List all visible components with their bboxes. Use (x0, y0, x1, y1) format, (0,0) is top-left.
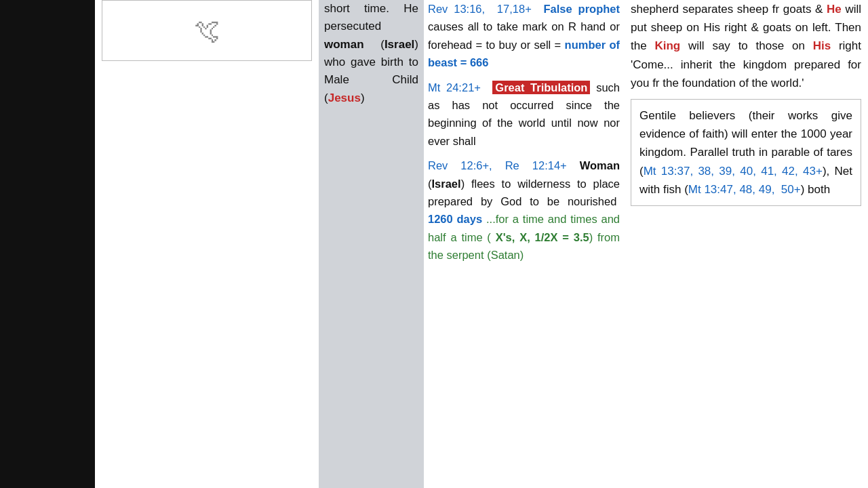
xs-label: X's, X, 1/2X = 3.5 (496, 231, 589, 243)
mid-left-panel: short time. He persecuted woman (Israel)… (319, 0, 424, 488)
woman-label: woman (324, 38, 364, 51)
israel-label: Israel (384, 38, 414, 51)
left-black-bar (0, 0, 95, 488)
dove-icon: 🕊 (194, 16, 220, 45)
1260-days: 1260 days (428, 213, 482, 225)
image-box: 🕊 (102, 0, 312, 61)
main-panel: Rev 13:16, 17,18+ False prophet causes a… (424, 0, 624, 488)
rev-126-section: Rev 12:6+, Re 12:14+ Woman (Israel) flee… (428, 157, 620, 264)
mt-1337-ref: Mt 13:37, 38, 39, 40, 41, 42, 43+ (644, 165, 823, 178)
he-label: He (827, 3, 842, 16)
right-panel: shepherd separates sheep fr goats & He w… (624, 0, 868, 488)
woman-label2: Woman (580, 159, 620, 171)
rev-126-ref: Rev 12:6+, Re 12:14+ (428, 159, 567, 171)
right-box-text: Gentile believers (their works give evid… (639, 106, 852, 199)
jesus-label: Jesus (328, 92, 361, 104)
main-text: Rev 13:16, 17,18+ False prophet causes a… (428, 0, 620, 264)
great-tribulation-label: Great Tribulation (492, 81, 590, 94)
mid-left-text: short time. He persecuted woman (Israel)… (324, 0, 418, 107)
mt-1347-ref: Mt 13:47, 48, 49, 50+ (688, 183, 801, 196)
his-label: His (813, 39, 831, 52)
rev-1316-ref: Rev 13:16, 17,18+ (428, 3, 532, 15)
rev-1316-section: Rev 13:16, 17,18+ False prophet causes a… (428, 0, 620, 72)
king-label: King (654, 39, 680, 52)
mt-2421-section: Mt 24:21+ Great Tribulation such as has … (428, 79, 620, 150)
left-panel: 🕊 (0, 0, 319, 488)
israel-label2: Israel (432, 178, 461, 190)
right-box: Gentile believers (their works give evid… (631, 99, 861, 206)
mt-2421-ref: Mt 24:21+ (428, 81, 481, 94)
false-prophet-label: False prophet (544, 3, 620, 15)
right-top-text: shepherd separates sheep fr goats & He w… (631, 0, 861, 92)
